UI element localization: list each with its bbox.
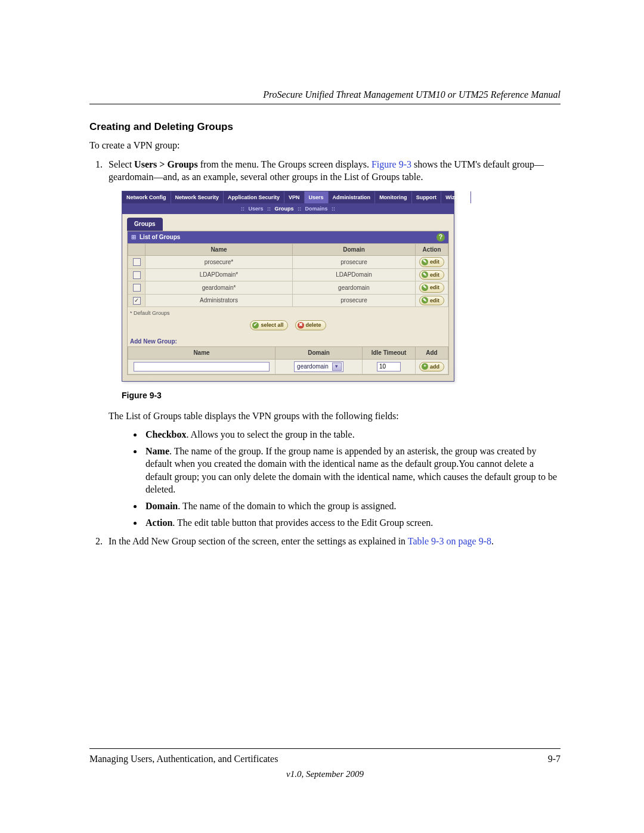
tab-users[interactable]: Users: [305, 191, 329, 203]
row-domain: LDAPDomain: [293, 268, 416, 281]
step1-pre: Select: [109, 159, 134, 169]
footer-version: v1.0, September 2009: [89, 769, 561, 779]
add-col-domain: Domain: [275, 347, 363, 360]
row-domain: prosecure: [293, 256, 416, 268]
plus-icon: +: [422, 363, 428, 370]
delete-icon: ✖: [298, 322, 304, 329]
tab-monitoring[interactable]: Monitoring: [375, 191, 412, 203]
sub-nav-sep: ::: [241, 206, 244, 212]
bullet-term: Name: [145, 446, 169, 456]
help-icon[interactable]: ?: [436, 233, 445, 241]
row-name: Administrators: [145, 294, 293, 306]
main-nav-tabs: Network Config Network Security Applicat…: [122, 191, 454, 203]
tab-administration[interactable]: Administration: [329, 191, 376, 203]
edit-icon: ✎: [422, 271, 428, 278]
edit-icon: ✎: [422, 297, 428, 304]
sub-nav-domains[interactable]: Domains: [305, 206, 328, 212]
edit-icon: ✎: [422, 284, 428, 291]
row-domain: geardomain: [293, 281, 416, 294]
add-domain-select[interactable]: geardomain ▾: [294, 361, 343, 372]
col-action: Action: [416, 243, 448, 256]
row-domain: prosecure: [293, 294, 416, 306]
edit-button[interactable]: ✎edit: [419, 283, 444, 292]
edit-button[interactable]: ✎edit: [419, 270, 444, 280]
steps-list: Select Users > Groups from the menu. The…: [89, 158, 561, 548]
sub-nav-sep: ::: [332, 206, 335, 212]
add-row: geardomain ▾ + add: [128, 359, 448, 374]
step2-post: .: [491, 536, 494, 546]
tab-vpn[interactable]: VPN: [284, 191, 305, 203]
groups-table: Name Domain Action prosecure* prosecure …: [128, 243, 448, 307]
row-name: prosecure*: [145, 256, 293, 268]
sub-nav: :: Users :: Groups :: Domains ::: [122, 203, 454, 214]
default-groups-footnote: * Default Groups: [128, 307, 448, 318]
check-icon: ✔: [252, 322, 259, 329]
row-checkbox[interactable]: [133, 284, 141, 292]
add-group-table: Name Domain Idle Timeout Add: [128, 346, 448, 374]
tab-network-security[interactable]: Network Security: [171, 191, 224, 203]
sub-nav-groups[interactable]: Groups: [275, 206, 294, 212]
add-button[interactable]: + add: [419, 362, 444, 371]
col-domain: Domain: [293, 243, 416, 256]
add-new-group-title: Add New Group:: [128, 334, 448, 347]
tab-wizards[interactable]: Wizards: [441, 191, 470, 203]
sub-nav-users[interactable]: Users: [248, 206, 263, 212]
bullet-desc: . The name of the domain to which the gr…: [178, 501, 396, 511]
edit-label: edit: [430, 297, 439, 304]
bullet-name: Name. The name of the group. If the grou…: [143, 445, 561, 496]
edit-button[interactable]: ✎edit: [419, 296, 444, 305]
expand-icon[interactable]: ⊞: [131, 233, 136, 241]
after-figure-paragraph: The List of Groups table displays the VP…: [109, 410, 561, 423]
groups-panel: ⊞ List of Groups ? Name Domain Action: [127, 231, 449, 375]
edit-icon: ✎: [422, 259, 428, 265]
bullet-term: Domain: [145, 501, 178, 511]
row-checkbox[interactable]: [133, 271, 141, 279]
chevron-down-icon: ▾: [332, 363, 342, 371]
select-all-button[interactable]: ✔ select all: [250, 320, 288, 330]
figure-caption: Figure 9-3: [122, 390, 561, 401]
add-col-name: Name: [128, 347, 275, 360]
add-domain-selected: geardomain: [297, 363, 329, 371]
bullet-desc: . The name of the group. If the group na…: [145, 446, 557, 495]
table-row: LDAPDomain* LDAPDomain ✎edit: [128, 268, 448, 281]
sub-nav-sep: ::: [298, 206, 301, 212]
bullet-domain: Domain. The name of the domain to which …: [143, 500, 561, 513]
page-footer: Managing Users, Authentication, and Cert…: [89, 748, 561, 779]
sub-nav-sep: ::: [267, 206, 271, 212]
panel-header: ⊞ List of Groups ?: [128, 231, 448, 243]
panel-title: List of Groups: [140, 233, 180, 241]
table-row: Administrators prosecure ✎edit: [128, 294, 448, 306]
step2-pre: In the Add New Group section of the scre…: [109, 536, 408, 546]
figure-9-3: Network Config Network Security Applicat…: [122, 191, 454, 382]
bullet-desc: . The edit table button that provides ac…: [172, 518, 433, 528]
tab-support[interactable]: Support: [412, 191, 442, 203]
edit-label: edit: [430, 284, 439, 291]
bullet-desc: . Allows you to select the group in the …: [186, 429, 354, 439]
col-checkbox: [128, 243, 145, 256]
footer-page-number: 9-7: [548, 754, 561, 764]
delete-label: delete: [306, 321, 321, 329]
footer-chapter-title: Managing Users, Authentication, and Cert…: [89, 754, 278, 764]
row-checkbox[interactable]: [133, 258, 141, 266]
bullet-term: Checkbox: [145, 429, 186, 439]
tab-application-security[interactable]: Application Security: [224, 191, 284, 203]
bullet-checkbox: Checkbox. Allows you to select the group…: [143, 428, 561, 441]
row-checkbox[interactable]: [133, 297, 141, 305]
bullet-term: Action: [145, 518, 172, 528]
add-idle-input[interactable]: [377, 362, 401, 371]
delete-button[interactable]: ✖ delete: [295, 320, 326, 330]
intro-paragraph: To create a VPN group:: [89, 139, 561, 152]
add-label: add: [430, 363, 439, 370]
section-title: Creating and Deleting Groups: [89, 121, 561, 133]
edit-button[interactable]: ✎edit: [419, 257, 444, 267]
col-name: Name: [145, 243, 293, 256]
table-row: prosecure* prosecure ✎edit: [128, 256, 448, 268]
row-name: geardomain*: [145, 281, 293, 294]
sub-tab-groups[interactable]: Groups: [127, 218, 163, 231]
tab-network-config[interactable]: Network Config: [122, 191, 171, 203]
table-9-3-link[interactable]: Table 9-3 on page 9-8: [408, 536, 491, 546]
figure-9-3-link[interactable]: Figure 9-3: [371, 159, 411, 169]
bullet-action: Action. The edit table button that provi…: [143, 516, 561, 529]
table-row: geardomain* geardomain ✎edit: [128, 281, 448, 294]
add-name-input[interactable]: [134, 362, 270, 371]
